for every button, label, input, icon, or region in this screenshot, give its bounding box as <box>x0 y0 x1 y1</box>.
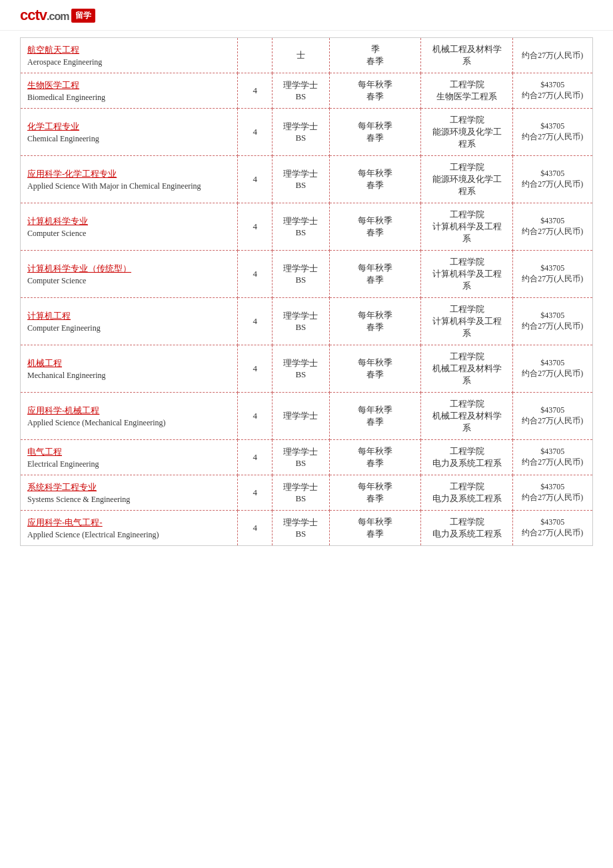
degree-cell: 理学学士 <box>272 393 329 440</box>
admission-cell: 每年秋季春季 <box>329 156 420 203</box>
admission-cell: 每年秋季春季 <box>329 109 420 156</box>
years-cell: 4 <box>238 109 273 156</box>
cctv-logo: cctv.com 留学 <box>20 7 95 25</box>
admission-cell: 每年秋季春季 <box>329 345 420 393</box>
major-en: Aerospace Engineering <box>27 57 231 67</box>
price-cell: $43705约合27万(人民币) <box>512 251 592 298</box>
major-name-cell: 应用科学-化学工程专业 Applied Science With Major i… <box>21 156 238 203</box>
table-row: 计算机科学专业 Computer Science 4 理学学士 BS 每年秋季春… <box>21 203 593 251</box>
major-zh: 航空航天工程 <box>27 44 231 56</box>
admission-cell: 每年秋季春季 <box>329 511 420 546</box>
major-zh: 系统科学工程专业 <box>27 481 231 493</box>
admission-cell: 每年秋季春季 <box>329 73 420 109</box>
degree-cell: 理学学士 BS <box>272 298 329 345</box>
years-cell: 4 <box>238 440 273 475</box>
major-name-cell: 机械工程 Mechanical Engineering <box>21 345 238 393</box>
major-name-cell: 计算机科学专业（传统型） Computer Science <box>21 251 238 298</box>
price-cell: $43705约合27万(人民币) <box>512 156 592 203</box>
years-cell: 4 <box>238 345 273 393</box>
years-cell: 4 <box>238 511 273 546</box>
years-cell: 4 <box>238 298 273 345</box>
major-en: Computer Science <box>27 229 231 239</box>
table-row: 化学工程专业 Chemical Engineering 4 理学学士 BS 每年… <box>21 109 593 156</box>
price-cell: $43705约合27万(人民币) <box>512 298 592 345</box>
major-zh: 计算机科学专业（传统型） <box>27 263 231 275</box>
major-en: Electrical Engineering <box>27 459 231 469</box>
liuxue-badge: 留学 <box>71 9 95 23</box>
major-en: Computer Science <box>27 276 231 286</box>
dept-cell: 工程学院生物医学工程系 <box>421 73 512 109</box>
dept-cell: 工程学院机械工程及材料学系 <box>421 393 512 440</box>
years-cell: 4 <box>238 203 273 251</box>
major-name-cell: 航空航天工程 Aerospace Engineering <box>21 38 238 73</box>
admission-cell: 季春季 <box>329 38 420 73</box>
logo-area: cctv.com 留学 <box>20 7 95 25</box>
dept-cell: 工程学院计算机科学及工程系 <box>421 298 512 345</box>
years-cell: 4 <box>238 393 273 440</box>
price-cell: $43705约合27万(人民币) <box>512 440 592 475</box>
major-zh: 电气工程 <box>27 446 231 458</box>
main-content: 航空航天工程 Aerospace Engineering 士 季春季 机械工程及… <box>0 31 613 559</box>
table-row: 应用科学-化学工程专业 Applied Science With Major i… <box>21 156 593 203</box>
major-zh: 机械工程 <box>27 357 231 369</box>
major-name-cell: 化学工程专业 Chemical Engineering <box>21 109 238 156</box>
years-cell: 4 <box>238 251 273 298</box>
degree-cell: 理学学士 BS <box>272 156 329 203</box>
major-name-cell: 计算机工程 Computer Engineering <box>21 298 238 345</box>
degree-cell: 理学学士 BS <box>272 511 329 546</box>
major-name-cell: 计算机科学专业 Computer Science <box>21 203 238 251</box>
major-zh: 应用科学-机械工程 <box>27 405 231 417</box>
programs-table: 航空航天工程 Aerospace Engineering 士 季春季 机械工程及… <box>20 37 593 546</box>
major-zh: 应用科学-化学工程专业 <box>27 168 231 180</box>
price-cell: $43705约合27万(人民币) <box>512 109 592 156</box>
major-name-cell: 生物医学工程 Biomedical Engineering <box>21 73 238 109</box>
major-zh: 化学工程专业 <box>27 121 231 133</box>
dept-cell: 工程学院能源环境及化学工程系 <box>421 156 512 203</box>
table-row: 生物医学工程 Biomedical Engineering 4 理学学士 BS … <box>21 73 593 109</box>
major-en: Applied Science (Electrical Engineering) <box>27 530 231 540</box>
price-cell: $43705约合27万(人民币) <box>512 73 592 109</box>
major-en: Applied Science With Major in Chemical E… <box>27 181 231 191</box>
table-row: 计算机工程 Computer Engineering 4 理学学士 BS 每年秋… <box>21 298 593 345</box>
dept-cell: 工程学院计算机科学及工程系 <box>421 203 512 251</box>
table-row: 电气工程 Electrical Engineering 4 理学学士 BS 每年… <box>21 440 593 475</box>
major-en: Mechanical Engineering <box>27 371 231 381</box>
major-en: Biomedical Engineering <box>27 93 231 103</box>
price-cell: $43705约合27万(人民币) <box>512 511 592 546</box>
price-cell: $43705约合27万(人民币) <box>512 475 592 511</box>
years-cell <box>238 38 273 73</box>
major-name-cell: 系统科学工程专业 Systems Science & Engineering <box>21 475 238 511</box>
cctv-text: cctv.com <box>20 7 69 24</box>
years-cell: 4 <box>238 475 273 511</box>
degree-cell: 理学学士 BS <box>272 203 329 251</box>
degree-cell: 理学学士 BS <box>272 73 329 109</box>
price-cell: 约合27万(人民币) <box>512 38 592 73</box>
admission-cell: 每年秋季春季 <box>329 298 420 345</box>
admission-cell: 每年秋季春季 <box>329 475 420 511</box>
major-name-cell: 电气工程 Electrical Engineering <box>21 440 238 475</box>
major-en: Chemical Engineering <box>27 134 231 144</box>
dept-cell: 工程学院能源环境及化学工程系 <box>421 109 512 156</box>
degree-cell: 士 <box>272 38 329 73</box>
admission-cell: 每年秋季春季 <box>329 251 420 298</box>
price-cell: $43705约合27万(人民币) <box>512 393 592 440</box>
price-cell: $43705约合27万(人民币) <box>512 203 592 251</box>
dept-cell: 工程学院电力及系统工程系 <box>421 440 512 475</box>
table-row: 系统科学工程专业 Systems Science & Engineering 4… <box>21 475 593 511</box>
degree-cell: 理学学士 BS <box>272 345 329 393</box>
major-en: Applied Science (Mechanical Engineering) <box>27 418 231 428</box>
dept-cell: 工程学院计算机科学及工程系 <box>421 251 512 298</box>
admission-cell: 每年秋季春季 <box>329 440 420 475</box>
degree-cell: 理学学士 BS <box>272 440 329 475</box>
major-en: Systems Science & Engineering <box>27 495 231 505</box>
table-row: 航空航天工程 Aerospace Engineering 士 季春季 机械工程及… <box>21 38 593 73</box>
page-header: cctv.com 留学 <box>0 0 613 31</box>
price-cell: $43705约合27万(人民币) <box>512 345 592 393</box>
years-cell: 4 <box>238 156 273 203</box>
admission-cell: 每年秋季春季 <box>329 393 420 440</box>
dept-cell: 机械工程及材料学系 <box>421 38 512 73</box>
dept-cell: 工程学院机械工程及材料学系 <box>421 345 512 393</box>
major-en: Computer Engineering <box>27 323 231 333</box>
years-cell: 4 <box>238 73 273 109</box>
major-zh: 计算机科学专业 <box>27 215 231 227</box>
